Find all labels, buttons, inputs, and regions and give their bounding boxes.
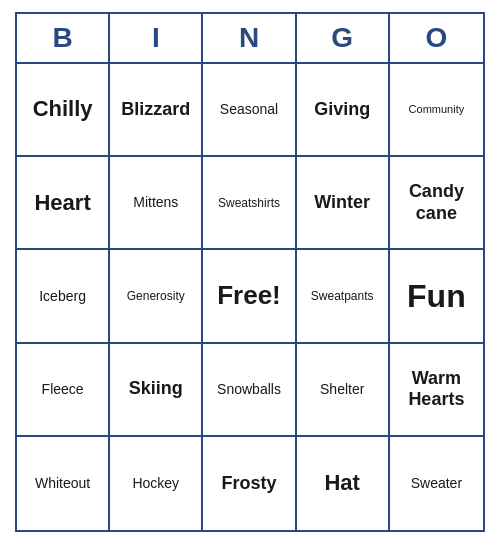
header-letter: O (390, 14, 483, 62)
bingo-cell: Hockey (110, 437, 203, 530)
bingo-cell: Sweatpants (297, 250, 390, 343)
header-letter: I (110, 14, 203, 62)
bingo-cell: Skiing (110, 344, 203, 437)
bingo-cell: Frosty (203, 437, 296, 530)
bingo-cell: Blizzard (110, 64, 203, 157)
bingo-grid: ChillyBlizzardSeasonalGivingCommunityHea… (17, 64, 483, 530)
bingo-cell: Winter (297, 157, 390, 250)
bingo-header: BINGO (17, 14, 483, 64)
bingo-cell: Warm Hearts (390, 344, 483, 437)
bingo-cell: Shelter (297, 344, 390, 437)
bingo-card: BINGO ChillyBlizzardSeasonalGivingCommun… (15, 12, 485, 532)
bingo-cell: Chilly (17, 64, 110, 157)
bingo-cell: Iceberg (17, 250, 110, 343)
bingo-cell: Mittens (110, 157, 203, 250)
bingo-cell: Community (390, 64, 483, 157)
bingo-cell: Seasonal (203, 64, 296, 157)
bingo-cell: Snowballs (203, 344, 296, 437)
bingo-cell: Fun (390, 250, 483, 343)
bingo-cell: Hat (297, 437, 390, 530)
header-letter: B (17, 14, 110, 62)
bingo-cell: Whiteout (17, 437, 110, 530)
bingo-cell: Candy cane (390, 157, 483, 250)
header-letter: N (203, 14, 296, 62)
bingo-cell: Sweater (390, 437, 483, 530)
bingo-cell: Sweatshirts (203, 157, 296, 250)
header-letter: G (297, 14, 390, 62)
bingo-cell: Giving (297, 64, 390, 157)
bingo-cell: Free! (203, 250, 296, 343)
bingo-cell: Heart (17, 157, 110, 250)
bingo-cell: Fleece (17, 344, 110, 437)
bingo-cell: Generosity (110, 250, 203, 343)
